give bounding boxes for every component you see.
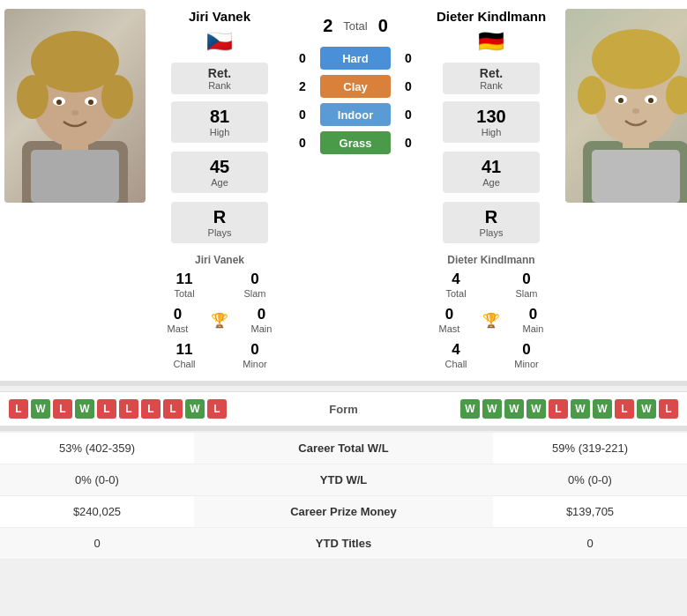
hard-badge: Hard [320,47,391,70]
stats-right-val: 59% (319-221) [493,433,687,464]
svg-rect-11 [31,150,119,203]
left-stat-total: 11 Total [161,271,209,299]
left-high-lbl: High [182,127,258,137]
stats-center-lbl: Career Total W/L [194,433,493,464]
right-player-flag: 🇩🇪 [478,29,504,54]
clay-right: 0 [400,79,417,93]
surface-indoor-row: 0 Indoor 0 [294,103,417,126]
clay-badge: Clay [320,75,391,98]
right-form-badge: W [571,399,590,419]
left-player-flag: 🇨🇿 [206,29,233,54]
clay-left: 2 [294,79,311,93]
stats-right-val: 0% (0-0) [493,464,687,496]
left-form-badge: L [119,399,138,419]
main-container: Jiri Vanek 🇨🇿 Ret. Rank 81 High 45 Age R… [0,0,687,560]
surface-hard-row: 0 Hard 0 [294,47,417,70]
left-rank-lbl: Rank [178,80,261,91]
left-form-badge: W [75,399,94,419]
left-form-badge: L [97,399,116,419]
right-high-block: 130 High [443,101,540,143]
right-trophy-icon: 🏆 [482,306,500,334]
right-rank-block: Ret. Rank [443,63,540,94]
hard-right: 0 [400,51,417,65]
stats-row: $240,025Career Prize Money$139,705 [0,496,687,528]
right-age-block: 41 Age [443,152,540,193]
indoor-left: 0 [294,108,311,122]
left-form-badge: L [9,399,28,419]
right-form-badge: W [526,399,546,419]
right-form-badge: W [593,399,612,419]
stats-left-val: 0% (0-0) [0,464,194,496]
svg-rect-23 [592,150,680,203]
right-form-badge: L [659,399,678,419]
right-stat-total: 4 Total [432,271,481,299]
svg-point-9 [88,100,93,105]
svg-point-8 [56,100,62,105]
svg-point-15 [592,29,680,89]
right-player-stats: Dieter Kindlmann 🇩🇪 Ret. Rank 130 High 4… [421,9,562,372]
left-age-lbl: Age [182,177,258,188]
svg-point-21 [648,98,653,103]
left-plays-val: R [182,207,258,227]
center-column: 2 Total 0 0 Hard 0 2 Clay 0 0 Indoor 0 0 [294,9,417,372]
right-rank-lbl: Rank [450,80,533,91]
indoor-right: 0 [400,108,417,122]
total-label: Total [343,19,367,33]
svg-point-20 [618,98,624,103]
surface-grass-row: 0 Grass 0 [294,131,417,154]
left-stat-slam: 0 Slam [231,271,280,299]
right-age-lbl: Age [453,177,529,188]
left-player-name-bottom: Jiri Vanek [195,254,244,266]
right-form-badge: L [615,399,634,419]
left-trophy-icon: 🏆 [211,306,228,334]
right-high-lbl: High [453,127,529,137]
left-stat-chall: 11 Chall [161,341,209,369]
right-plays-lbl: Plays [453,227,529,238]
right-player-name-bottom: Dieter Kindlmann [447,254,534,266]
hard-left: 0 [294,51,311,65]
right-stats-row3: 4 Chall 0 Minor [421,341,562,369]
right-stat-mast: 0 Mast [425,306,474,334]
left-plays-lbl: Plays [182,227,258,238]
left-form-badge: W [31,399,50,419]
indoor-badge: Indoor [320,103,391,126]
stats-left-val: 0 [0,528,194,560]
left-high-val: 81 [182,107,258,127]
grass-left: 0 [294,136,311,150]
stats-center-lbl: YTD W/L [194,464,493,496]
right-form-badge: W [504,399,524,419]
right-rank-val: Ret. [450,66,533,80]
stats-right-val: $139,705 [493,496,687,528]
right-stat-slam: 0 Slam [503,271,551,299]
left-form-badge: L [163,399,183,419]
left-age-block: 45 Age [171,152,268,193]
form-section: LWLWLLLLWL Form WWWWLWWLWL [0,391,687,426]
left-player-photo [4,9,146,203]
svg-point-16 [578,76,606,115]
left-total: 2 [323,16,332,36]
left-age-val: 45 [182,157,258,177]
right-plays-block: R Plays [443,202,540,243]
stats-row: 0% (0-0)YTD W/L0% (0-0) [0,464,687,496]
stats-center-lbl: YTD Titles [194,528,493,560]
grass-right: 0 [400,136,417,150]
right-age-val: 41 [453,157,529,177]
svg-point-5 [101,75,133,119]
divider2 [0,426,687,431]
left-form-badges: LWLWLLLLWL [9,399,303,419]
right-form-badge: W [460,399,480,419]
svg-point-4 [17,75,49,119]
left-player-name: Jiri Vanek [189,9,250,24]
total-row: 2 Total 0 [323,16,388,36]
surface-clay-row: 2 Clay 0 [294,75,417,98]
left-stat-main: 0 Main [237,306,286,334]
left-rank-block: Ret. Rank [171,63,268,94]
stats-right-val: 0 [493,528,687,560]
right-player-name: Dieter Kindlmann [437,9,546,24]
right-stat-main: 0 Main [509,306,557,334]
right-total: 0 [378,16,388,36]
left-rank-val: Ret. [178,66,261,80]
grass-badge: Grass [320,131,391,154]
right-player-photo [565,9,687,203]
left-form-badge: L [53,399,72,419]
